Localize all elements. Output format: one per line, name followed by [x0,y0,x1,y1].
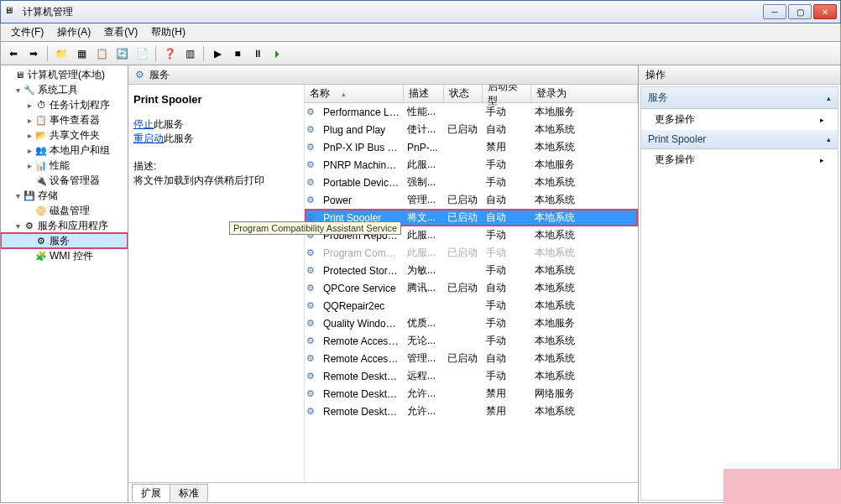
gear-icon: ⚙ [306,371,320,382]
tree-system-tools[interactable]: ▾🔧系统工具 [1,82,128,97]
cell-start: 手动 [483,158,531,172]
cell-start: 自动 [483,122,531,137]
service-row[interactable]: ⚙PnP-X IP Bus En...PnP-...禁用本地系统 [305,138,638,156]
cell-status: 已启动 [444,246,483,260]
nav-forward-button[interactable]: ➡ [24,44,43,63]
service-row[interactable]: ⚙Remote Deskto...远程...手动本地系统 [305,367,638,385]
col-logon[interactable]: 登录为 [531,85,638,102]
tree-wmi[interactable]: 🧩WMI 控件 [1,248,128,263]
tree-disk-management[interactable]: 📀磁盘管理 [1,203,128,218]
pause-service-button[interactable]: ⏸ [248,44,267,63]
service-row[interactable]: ⚙Portable Device ...强制...手动本地系统 [305,174,638,191]
tree-shared-folders[interactable]: ▸📂共享文件夹 [1,127,128,143]
cell-name: Remote Deskto... [320,388,404,400]
menu-view[interactable]: 查看(V) [97,23,144,41]
service-row[interactable]: ⚙Plug and Play使计...已启动自动本地系统 [305,121,638,138]
start-service-button[interactable]: ▶ [208,44,227,63]
tree-device-manager[interactable]: 🔌设备管理器 [1,173,128,188]
export-list-button[interactable]: 📄 [133,44,151,63]
cell-name: Protected Storage [320,265,404,277]
col-name[interactable]: 名称 ▴ [305,85,404,102]
export-button[interactable]: 📋 [92,44,111,63]
service-row[interactable]: ⚙Quality Windows...优质...手动本地服务 [305,314,638,332]
rows-container[interactable]: ⚙Performance Lo...性能...手动本地服务⚙Plug and P… [305,103,638,482]
desc-label: 描述: [133,159,299,174]
cell-start: 禁用 [483,404,531,418]
gear-icon: ⚙ [306,283,320,294]
cell-desc: 允许... [404,387,444,401]
gear-icon: ⚙ [306,124,320,135]
cell-name: Remote Access ... [320,353,404,365]
cell-desc: 远程... [404,369,444,383]
tree-event-viewer[interactable]: ▸📋事件查看器 [1,112,128,127]
tree-performance[interactable]: ▸📊性能 [1,158,128,173]
cell-desc: PnP-... [404,142,444,153]
cell-logon: 网络服务 [531,387,638,401]
nav-back-button[interactable]: ⬅ [4,44,23,63]
show-tree-button[interactable]: 📁 [52,44,71,63]
service-row[interactable]: ⚙Remote Deskto...允许...禁用本地系统 [305,403,638,420]
service-row[interactable]: ⚙QQRepair2ec手动本地系统 [305,297,638,314]
cell-desc: 使计... [404,122,444,137]
minimize-button[interactable]: ─ [763,4,786,19]
menu-action[interactable]: 操作(A) [50,23,97,41]
gear-icon: ⚙ [306,353,320,364]
service-row[interactable]: ⚙Program Compati...此服...已启动手动本地系统 [305,244,638,262]
close-button[interactable]: ✕ [813,4,837,19]
menu-help[interactable]: 帮助(H) [144,23,192,41]
menu-file[interactable]: 文件(F) [4,23,50,41]
cell-desc: 强制... [404,175,444,190]
properties-button[interactable]: ▦ [72,44,91,63]
action-more-services[interactable]: 更多操作▸ [641,109,838,130]
cell-start: 自动 [483,281,531,295]
tree-services-apps[interactable]: ▾⚙服务和应用程序 [1,218,128,233]
gear-icon: ⚙ [306,107,320,117]
tree-root[interactable]: 🖥计算机管理(本地) [1,67,128,82]
tab-extended[interactable]: 扩展 [132,484,170,502]
cell-name: PNRP Machine ... [320,159,404,171]
cell-logon: 本地系统 [531,281,638,295]
selected-service-name: Print Spooler [133,93,299,106]
tab-standard[interactable]: 标准 [170,484,208,502]
cell-name: QPCore Service [320,283,404,294]
tree-local-users[interactable]: ▸👥本地用户和组 [1,143,128,158]
cell-start: 禁用 [483,387,531,401]
tree-services[interactable]: ⚙服务 [1,233,128,248]
action-section-services[interactable]: 服务▴ [641,87,838,109]
window-title: 计算机管理 [23,5,763,19]
cell-name: Program Compati... [320,247,404,259]
service-row[interactable]: ⚙Remote Deskto...允许...禁用网络服务 [305,385,638,403]
cell-logon: 本地系统 [531,228,638,242]
stop-service-button[interactable]: ■ [228,44,247,63]
action-section-selected[interactable]: Print Spooler▴ [641,130,838,149]
service-row[interactable]: ⚙Remote Access ...无论...手动本地系统 [305,332,638,350]
refresh-button[interactable]: 🔄 [112,44,131,63]
service-row[interactable]: ⚙Power管理...已启动自动本地系统 [305,191,638,209]
service-row[interactable]: ⚙QPCore Service腾讯...已启动自动本地系统 [305,279,638,297]
service-row[interactable]: ⚙Remote Access ...管理...已启动自动本地系统 [305,350,638,367]
gear-icon: ⚙ [306,247,320,258]
main-panel: ⚙ 服务 Print Spooler 停止此服务 重启动此服务 描述: 将文件加… [128,65,639,502]
col-desc[interactable]: 描述 [404,85,444,102]
maximize-button[interactable]: ▢ [788,4,812,19]
gear-icon: ⚙ [306,177,320,188]
service-list: 名称 ▴ 描述 状态 启动类型 登录为 ⚙Performance Lo...性能… [305,85,638,482]
settings-button[interactable]: ▥ [180,44,199,63]
tree-storage[interactable]: ▾💾存储 [1,188,128,203]
service-row[interactable]: ⚙PNRP Machine ...此服...手动本地服务 [305,156,638,174]
stop-link[interactable]: 停止 [133,118,154,130]
gear-icon: ⚙ [306,406,320,417]
tree-task-scheduler[interactable]: ▸⏱任务计划程序 [1,97,128,112]
restart-link[interactable]: 重启动 [133,132,164,144]
service-row[interactable]: ⚙Protected Storage为敏...手动本地系统 [305,262,638,279]
cell-status: 已启动 [444,351,483,366]
cell-start: 手动 [483,105,531,119]
col-start[interactable]: 启动类型 [483,85,531,102]
help-button[interactable]: ❓ [160,44,179,63]
col-status[interactable]: 状态 [444,85,483,102]
action-more-selected[interactable]: 更多操作▸ [641,149,838,170]
toolbar: ⬅ ➡ 📁 ▦ 📋 🔄 📄 ❓ ▥ ▶ ■ ⏸ ⏵ [0,42,841,65]
cell-name: PnP-X IP Bus En... [320,142,404,153]
restart-service-button[interactable]: ⏵ [269,44,287,63]
service-row[interactable]: ⚙Performance Lo...性能...手动本地服务 [305,103,638,121]
